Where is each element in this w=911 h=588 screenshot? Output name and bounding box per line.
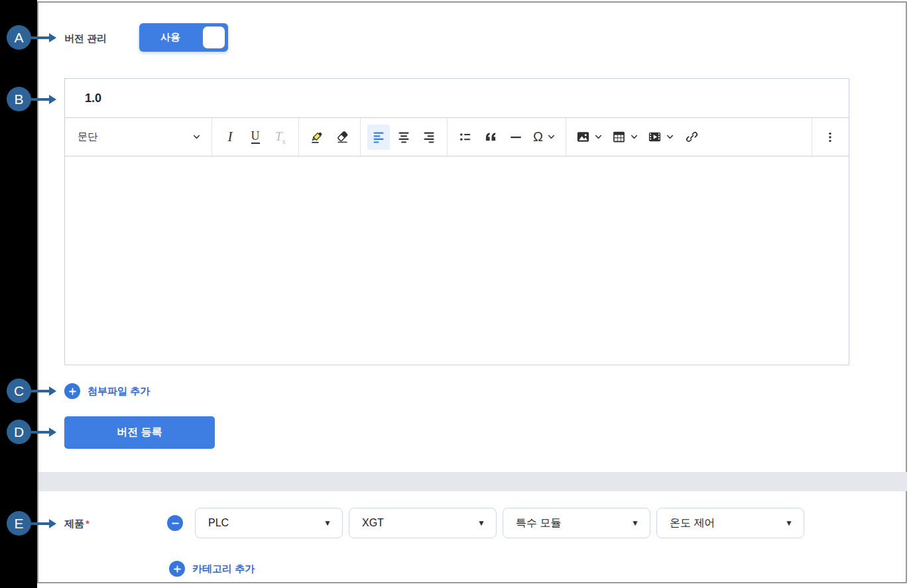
toolbar-separator	[212, 118, 212, 156]
version-management-toggle[interactable]: 사용	[139, 23, 228, 52]
version-title-input[interactable]	[64, 78, 849, 118]
annotation-marker-d: D	[7, 420, 31, 444]
product-category-row: PLC▼ XGT▼ 특수 모듈▼ 온도 제어▼	[195, 508, 804, 538]
paragraph-style-label: 문단	[78, 131, 97, 143]
annotation-marker-a: A	[7, 25, 31, 50]
category-select-level3[interactable]: 특수 모듈▼	[503, 508, 650, 538]
remove-category-row-button[interactable]	[167, 515, 183, 531]
add-category-link[interactable]: 카테고리 추가	[169, 561, 255, 577]
chevron-down-icon	[630, 133, 638, 141]
plus-icon	[169, 561, 185, 577]
plus-icon	[64, 383, 80, 399]
toolbar-separator	[812, 118, 812, 156]
annotation-marker-b: B	[7, 87, 31, 111]
toolbar-separator	[360, 118, 361, 156]
annotation-marker-c: C	[7, 379, 31, 403]
underline-icon[interactable]: U	[244, 125, 267, 150]
annotation-marker-e: E	[7, 511, 31, 536]
italic-icon[interactable]: I	[219, 125, 241, 150]
chevron-down-icon	[547, 133, 556, 141]
toolbar-separator	[298, 118, 299, 156]
category-select-level4[interactable]: 온도 제어▼	[656, 508, 804, 538]
paragraph-style-dropdown[interactable]: 문단	[71, 125, 206, 150]
insert-media-icon[interactable]	[644, 125, 678, 150]
insert-table-icon[interactable]	[609, 125, 642, 150]
bulleted-list-icon[interactable]	[454, 125, 477, 150]
editor-content-area[interactable]	[64, 156, 849, 365]
triangle-down-icon: ▼	[785, 518, 793, 528]
chevron-down-icon	[192, 133, 201, 141]
align-right-icon[interactable]	[418, 125, 440, 150]
toggle-on-label: 사용	[139, 23, 202, 52]
category-select-level2[interactable]: XGT▼	[349, 508, 497, 538]
annotation-arrow-icon	[29, 36, 49, 39]
remove-format-icon[interactable]: Tx	[269, 125, 292, 150]
align-left-icon[interactable]	[367, 125, 390, 150]
link-icon[interactable]	[680, 125, 703, 150]
triangle-down-icon: ▼	[324, 518, 332, 528]
eraser-icon[interactable]	[331, 125, 353, 150]
annotation-arrow-icon	[29, 390, 49, 392]
align-center-icon[interactable]	[393, 125, 415, 150]
annotation-arrow-icon	[29, 98, 49, 101]
special-characters-icon[interactable]: Ω	[530, 125, 559, 150]
toggle-knob-icon	[203, 27, 225, 48]
product-label: 제품*	[64, 518, 90, 530]
required-asterisk: *	[86, 518, 90, 529]
register-version-button[interactable]: 버전 등록	[64, 416, 215, 449]
add-category-label: 카테고리 추가	[192, 563, 255, 575]
annotation-arrow-icon	[29, 522, 49, 525]
chevron-down-icon	[666, 133, 674, 141]
insert-image-icon[interactable]	[573, 125, 606, 150]
add-attachment-link[interactable]: 첨부파일 추가	[64, 383, 150, 399]
horizontal-line-icon[interactable]	[505, 125, 527, 150]
triangle-down-icon: ▼	[477, 518, 485, 528]
highlight-icon[interactable]	[306, 125, 328, 150]
chevron-down-icon	[594, 133, 603, 141]
version-management-label: 버전 관리	[64, 32, 107, 45]
add-attachment-label: 첨부파일 추가	[88, 385, 150, 398]
overflow-menu-icon[interactable]	[819, 125, 841, 150]
block-quote-icon[interactable]	[479, 125, 502, 150]
triangle-down-icon: ▼	[631, 518, 639, 528]
editor-toolbar: 문단IUTxΩ	[64, 117, 849, 156]
annotation-arrow-icon	[29, 431, 49, 434]
category-select-level1[interactable]: PLC▼	[195, 508, 343, 538]
toolbar-separator	[566, 118, 566, 156]
section-divider	[38, 472, 907, 491]
toolbar-separator	[447, 118, 448, 156]
